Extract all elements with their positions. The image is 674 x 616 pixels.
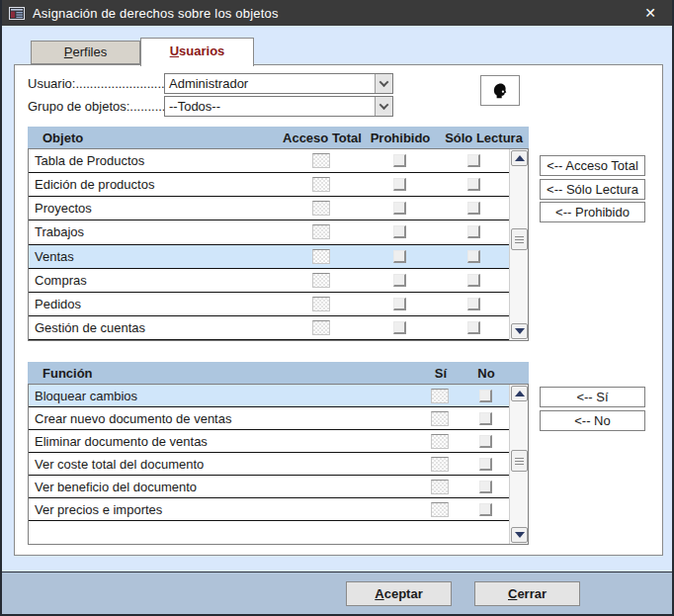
prohibido-button[interactable] [393, 202, 406, 215]
function-name: Crear nuevo documento de ventas [29, 411, 418, 426]
acceso-total-cell [282, 201, 361, 216]
prohibido-button[interactable] [393, 225, 406, 238]
no-assign-button[interactable]: <-- No [540, 410, 645, 431]
table-row[interactable]: Bloquear cambios [29, 385, 528, 407]
functions-scrollbar[interactable] [509, 385, 528, 544]
acceso-total-checkbox[interactable] [312, 224, 330, 239]
cerrar-button[interactable]: Cerrar [474, 581, 580, 606]
solo-lectura-button[interactable] [467, 274, 480, 287]
si-cell [418, 457, 462, 472]
prohibido-cell [361, 154, 438, 167]
acceso-total-assign-button[interactable]: <-- Acceso Total [540, 155, 645, 176]
object-name: Compras [29, 273, 282, 288]
no-cell [462, 390, 509, 402]
prohibido-button[interactable] [393, 250, 406, 263]
prohibido-button[interactable] [393, 154, 406, 167]
si-checkbox[interactable] [431, 434, 449, 449]
object-name: Proyectos [29, 201, 282, 216]
si-checkbox[interactable] [431, 480, 449, 494]
acceso-total-checkbox[interactable] [312, 201, 330, 216]
no-button[interactable] [479, 412, 492, 425]
grupo-dropdown[interactable]: --Todos-- [164, 96, 393, 117]
scrollbar-down-button[interactable] [511, 527, 528, 543]
solo-lectura-button[interactable] [467, 321, 480, 334]
table-row[interactable]: Compras [29, 269, 528, 293]
prohibido-cell [361, 298, 438, 310]
si-checkbox[interactable] [431, 457, 449, 472]
solo-lectura-assign-button[interactable]: <-- Sólo Lectura [540, 179, 645, 200]
user-button[interactable] [480, 75, 520, 106]
si-cell [418, 502, 462, 517]
object-name: Pedidos [29, 297, 282, 311]
header-solo-lectura: Sólo Lectura [439, 131, 529, 145]
table-row[interactable]: Ventas [29, 245, 528, 269]
table-row[interactable]: Gestión de cuentas [29, 316, 528, 340]
prohibido-assign-button[interactable]: <-- Prohibido [540, 202, 645, 222]
table-row[interactable]: Ver beneficio del documento [29, 476, 528, 498]
table-row[interactable]: Ver coste total del documento [29, 453, 528, 476]
solo-lectura-button[interactable] [467, 178, 480, 191]
acceso-total-checkbox[interactable] [312, 297, 330, 311]
table-row[interactable]: Proyectos [29, 197, 528, 220]
table-row[interactable]: Tabla de Productos [29, 149, 528, 173]
user-head-icon [491, 82, 509, 100]
table-row[interactable]: Trabajos [29, 220, 528, 244]
acceso-total-checkbox[interactable] [312, 249, 330, 264]
acceso-total-checkbox[interactable] [312, 273, 330, 288]
scrollbar-up-button[interactable] [511, 150, 528, 166]
prohibido-button[interactable] [393, 178, 406, 191]
table-row[interactable]: Edición de productos [29, 173, 528, 197]
no-cell [462, 481, 509, 493]
acceso-total-checkbox[interactable] [312, 177, 330, 192]
acceso-total-cell [282, 153, 361, 168]
functions-table-header: Función Sí No [28, 362, 529, 384]
usuario-dropdown[interactable]: Administrador [164, 73, 393, 94]
solo-lectura-cell [438, 321, 509, 334]
no-button[interactable] [479, 435, 492, 448]
usuario-label: Usuario:............................ [28, 76, 176, 91]
close-icon[interactable]: ✕ [635, 5, 665, 21]
solo-lectura-button[interactable] [467, 298, 480, 310]
solo-lectura-button[interactable] [467, 250, 480, 263]
tab-usuarios[interactable]: Usuarios [140, 38, 254, 66]
aceptar-button[interactable]: Aceptar [346, 581, 452, 606]
scrollbar-thumb[interactable] [511, 450, 528, 472]
scrollbar-down-icon [515, 328, 525, 334]
scrollbar-thumb[interactable] [511, 228, 528, 250]
no-button[interactable] [479, 481, 492, 493]
acceso-total-checkbox[interactable] [312, 153, 330, 168]
si-cell [418, 389, 462, 403]
prohibido-cell [361, 274, 438, 287]
si-cell [418, 411, 462, 426]
si-checkbox[interactable] [431, 389, 449, 403]
function-name: Ver coste total del documento [29, 457, 418, 472]
prohibido-button[interactable] [393, 321, 406, 334]
si-assign-button[interactable]: <-- Sí [540, 387, 645, 407]
solo-lectura-button[interactable] [467, 154, 480, 167]
table-row[interactable]: Ver precios e importes [29, 498, 528, 521]
prohibido-button[interactable] [393, 274, 406, 287]
dropdown-arrow-icon[interactable] [375, 74, 392, 93]
si-checkbox[interactable] [431, 502, 449, 517]
scrollbar-up-button[interactable] [511, 386, 528, 401]
solo-lectura-button[interactable] [467, 202, 480, 215]
table-row[interactable]: Eliminar documento de ventas [29, 430, 528, 453]
header-no: No [463, 366, 510, 381]
table-row[interactable]: Crear nuevo documento de ventas [29, 407, 528, 430]
no-button[interactable] [479, 390, 492, 402]
si-cell [418, 434, 462, 449]
solo-lectura-button[interactable] [467, 225, 480, 238]
no-button[interactable] [479, 503, 492, 516]
scrollbar-down-button[interactable] [511, 323, 528, 339]
si-checkbox[interactable] [431, 411, 449, 426]
objects-scrollbar[interactable] [509, 149, 528, 340]
dropdown-arrow-icon[interactable] [375, 97, 392, 116]
no-button[interactable] [479, 458, 492, 471]
aceptar-label: ceptar [384, 586, 423, 601]
scrollbar-up-icon [515, 391, 525, 396]
prohibido-button[interactable] [393, 298, 406, 310]
acceso-total-checkbox[interactable] [312, 320, 330, 335]
prohibido-cell [361, 250, 438, 263]
table-row[interactable]: Pedidos [29, 293, 528, 316]
tab-perfiles[interactable]: Perfiles [31, 41, 140, 64]
